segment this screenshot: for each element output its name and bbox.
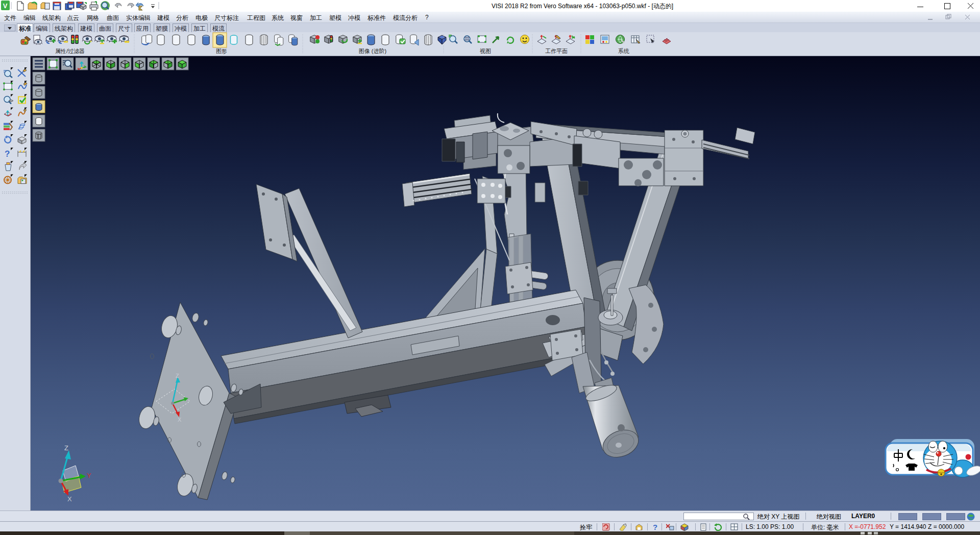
svg-text:工作平面: 工作平面 (545, 48, 568, 54)
svg-text:Z: Z (64, 444, 68, 452)
svg-text:Z: Z (176, 373, 179, 379)
svg-text:图像 (进阶): 图像 (进阶) (359, 48, 386, 54)
svg-text:V: V (3, 2, 8, 10)
svg-text:X: X (67, 495, 72, 503)
svg-text:图形: 图形 (216, 48, 227, 54)
svg-text:视图: 视图 (480, 48, 491, 54)
svg-text:?: ? (5, 149, 10, 159)
svg-text:?: ? (653, 523, 657, 531)
svg-text:X: X (178, 417, 182, 423)
svg-text:属性/过滤器: 属性/过滤器 (55, 48, 85, 54)
svg-text:系统: 系统 (618, 48, 629, 54)
svg-text:Y: Y (87, 472, 91, 479)
